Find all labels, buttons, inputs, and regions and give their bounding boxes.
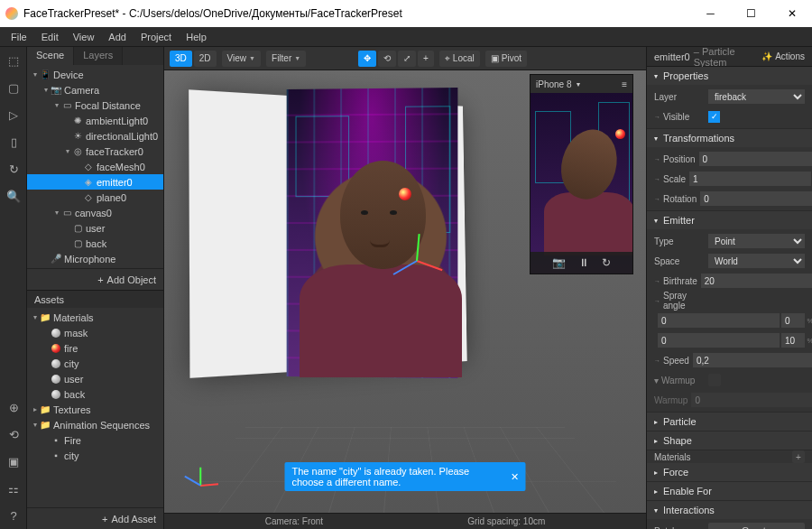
add-object-button[interactable]: +Add Object (27, 268, 163, 290)
section-enable-for[interactable]: ▸Enable For (647, 482, 812, 500)
layer-select[interactable]: fireback (708, 89, 805, 104)
section-transformations[interactable]: ▾Transformations (647, 129, 812, 147)
rail-undo-icon[interactable]: ⟲ (0, 421, 27, 448)
speed-input[interactable] (693, 353, 812, 367)
spray-b-input[interactable] (781, 313, 805, 328)
menu-view[interactable]: View (66, 29, 102, 45)
spray-c-input[interactable] (658, 333, 780, 348)
rail-play-icon[interactable]: ▷ (0, 101, 27, 128)
menu-project[interactable]: Project (134, 29, 179, 45)
tree-node[interactable]: ◇plane0 (27, 190, 163, 205)
section-emitter[interactable]: ▾Emitter (647, 211, 812, 229)
create-patch-button[interactable]: Create (708, 523, 805, 529)
scale-x-input[interactable] (689, 172, 811, 186)
menubar: File Edit View Add Project Help (0, 27, 812, 47)
tree-node[interactable]: ▾▭canvas0 (27, 205, 163, 220)
preview-reset-icon[interactable]: ↻ (602, 256, 611, 269)
minimize-button[interactable]: ─ (690, 0, 731, 27)
add-asset-button[interactable]: +Add Asset (27, 507, 163, 529)
preview-camera-icon[interactable]: 📷 (552, 256, 566, 269)
tree-node[interactable]: ▾📁Materials (27, 310, 163, 325)
maximize-button[interactable]: ☐ (731, 0, 771, 27)
tree-node[interactable]: ▸📁Textures (27, 402, 163, 417)
emitter-space-select[interactable]: World (708, 254, 805, 268)
add-material-button[interactable]: + (792, 450, 805, 463)
tree-node[interactable]: ☀directionalLight0 (27, 128, 163, 144)
preview-pause-icon[interactable]: ⏸ (578, 256, 589, 269)
tree-node[interactable]: ▪city (27, 448, 163, 463)
rail-settings-icon[interactable]: ⚏ (0, 475, 27, 502)
tree-node[interactable]: ✺ambientLight0 (27, 113, 163, 128)
rail-select-icon[interactable]: ⬚ (0, 47, 27, 74)
tab-scene[interactable]: Scene (27, 47, 74, 65)
section-particle[interactable]: ▸Particle (647, 413, 812, 431)
scale-tool[interactable]: ⤢ (398, 51, 416, 67)
axis-widget[interactable] (200, 459, 227, 486)
rail-search-icon[interactable]: 🔍 (0, 182, 27, 209)
assets-tree: ▾📁Materialsmaskfirecityuserback▸📁Texture… (27, 308, 163, 507)
tree-node[interactable]: user (27, 371, 163, 386)
visible-checkbox[interactable]: ✓ (708, 111, 720, 123)
pivot-toggle[interactable]: ▣ Pivot (485, 51, 527, 67)
tree-node[interactable]: fire (27, 340, 163, 356)
warmup-input[interactable] (691, 393, 812, 407)
tree-node[interactable]: ▾📷Camera (27, 82, 163, 97)
rail-help-icon[interactable]: ? (0, 502, 27, 529)
tree-node[interactable]: mask (27, 325, 163, 340)
tree-node[interactable]: ▾📱Device (27, 67, 163, 82)
section-properties[interactable]: ▾Properties (647, 67, 812, 85)
tree-node[interactable]: ▢user (27, 220, 163, 236)
assets-header: Assets (27, 290, 163, 308)
section-force[interactable]: ▸Force (647, 463, 812, 481)
menu-help[interactable]: Help (179, 29, 214, 45)
birthrate-input[interactable] (701, 274, 812, 288)
view-2d-button[interactable]: 2D (194, 51, 217, 67)
menu-add[interactable]: Add (101, 29, 134, 45)
center-toggle[interactable]: ⌖Local (439, 51, 480, 67)
status-bar: Camera: Front Grid spacing: 10cm (164, 513, 646, 529)
rail-refresh-icon[interactable]: ↻ (0, 155, 27, 182)
actions-button[interactable]: ✨Actions (761, 51, 805, 61)
rail-rect-icon[interactable]: ▢ (0, 74, 27, 101)
inspector-object-name[interactable]: emitter0 (654, 51, 690, 62)
emitter-type-select[interactable]: Point (708, 234, 805, 248)
tree-node[interactable]: ▢back (27, 236, 163, 251)
rotate-tool[interactable]: ⟲ (378, 51, 396, 67)
tree-node[interactable]: ▪Fire (27, 432, 163, 448)
tree-node[interactable]: 🎤Microphone (27, 251, 163, 266)
device-selector[interactable]: iPhone 8 (536, 79, 571, 89)
tree-node[interactable]: back (27, 386, 163, 402)
viewport-toolbar: 3D 2D View▼ Filter▼ ✥ ⟲ ⤢ + ⌖Local ▣ Piv… (164, 47, 646, 70)
scene-tree: ▾📱Device▾📷Camera▾▭Focal Distance✺ambient… (27, 65, 163, 268)
rot-x-input[interactable] (700, 191, 812, 206)
move-tool[interactable]: ✥ (358, 51, 376, 67)
close-button[interactable]: ✕ (771, 0, 812, 27)
pos-x-input[interactable] (699, 152, 812, 166)
viewport-3d[interactable]: iPhone 8 ▼ ≡ 📷 ⏸ ↻ The name (164, 70, 646, 513)
warmup-toggle[interactable] (708, 374, 721, 386)
tab-layers[interactable]: Layers (74, 47, 123, 65)
section-interactions[interactable]: ▾Interactions (647, 501, 812, 519)
tree-node[interactable]: ▾◎faceTracker0 (27, 144, 163, 159)
tree-node[interactable]: ▾📁Animation Sequences (27, 417, 163, 432)
preview-menu-icon[interactable]: ≡ (622, 79, 627, 89)
section-shape[interactable]: ▸Shape (647, 432, 812, 450)
rail-device-icon[interactable]: ▯ (0, 128, 27, 155)
filter-dropdown[interactable]: Filter▼ (266, 51, 306, 67)
transform-gizmo[interactable] (390, 233, 444, 287)
view-dropdown[interactable]: View▼ (222, 51, 261, 67)
tree-node[interactable]: ◈emitter0 (27, 174, 163, 190)
add-tool[interactable]: + (418, 51, 434, 67)
left-toolrail: ⬚ ▢ ▷ ▯ ↻ 🔍 ⊕ ⟲ ▣ ⚏ ? (0, 47, 27, 529)
menu-file[interactable]: File (4, 29, 34, 45)
toast-close-button[interactable]: ✕ (511, 471, 519, 483)
tree-node[interactable]: ◇faceMesh0 (27, 159, 163, 174)
view-3d-button[interactable]: 3D (170, 51, 192, 67)
menu-edit[interactable]: Edit (34, 29, 66, 45)
rail-layout-icon[interactable]: ▣ (0, 448, 27, 475)
rail-add-icon[interactable]: ⊕ (0, 394, 27, 421)
tree-node[interactable]: city (27, 356, 163, 371)
spray-d-input[interactable] (781, 333, 805, 348)
spray-a-input[interactable] (658, 313, 780, 328)
tree-node[interactable]: ▾▭Focal Distance (27, 97, 163, 113)
